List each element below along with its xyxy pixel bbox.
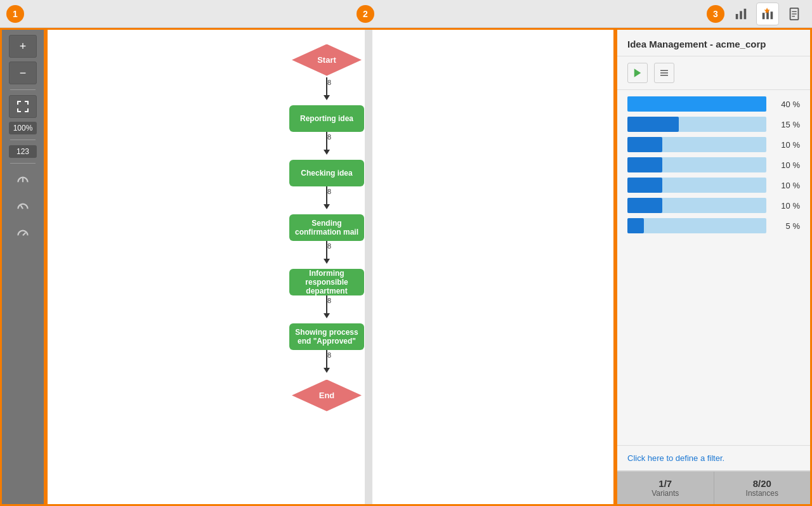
chart-bar-fill-6 — [627, 198, 662, 213]
gauge-1-icon — [15, 172, 31, 188]
zoom-in-button[interactable]: + — [9, 35, 37, 58]
start-node-label: Start — [317, 55, 336, 65]
document-icon — [787, 7, 801, 21]
sidebar-divider-2 — [10, 139, 36, 140]
zoom-out-button[interactable]: − — [9, 62, 37, 84]
end-node-label: End — [319, 391, 335, 400]
chart-pct-2: 15 % — [771, 120, 800, 129]
arrow-head-3 — [324, 204, 330, 209]
chart-bar-bg-7 — [627, 218, 766, 233]
chart-bar-bg-2 — [627, 117, 766, 132]
arrow-head-1 — [324, 95, 330, 100]
flowchart: Start 8 Reporting idea 8 — [289, 30, 365, 506]
right-panel: Idea Management - acme_corp 40 % — [615, 28, 812, 506]
arrow-2: 8 — [324, 132, 330, 160]
left-sidebar: + − 100% 123 — [0, 28, 46, 506]
chart-row-4: 10 % — [627, 157, 800, 172]
fit-screen-icon — [16, 100, 29, 113]
gauge-3-button[interactable] — [9, 222, 37, 245]
chart-bar-bg-5 — [627, 178, 766, 193]
top-bar-center: 2 — [357, 5, 374, 23]
sidebar-divider-3 — [10, 163, 36, 164]
chart-bar-button[interactable] — [730, 3, 752, 25]
gauge-3-icon — [15, 225, 31, 242]
svg-rect-5 — [771, 11, 773, 19]
chart-row-3: 10 % — [627, 137, 800, 152]
chart-row-1: 40 % — [627, 96, 800, 112]
chart-pct-1: 40 % — [771, 100, 800, 109]
gauge-1-button[interactable] — [9, 169, 37, 191]
chart-bar-fill-3 — [627, 137, 662, 152]
chart-pct-7: 5 % — [771, 221, 800, 231]
top-bar-right: 3 — [707, 3, 806, 25]
variants-stat[interactable]: 1/7 Variants — [617, 472, 714, 504]
arrow-head-2 — [324, 150, 330, 155]
chart-row-2: 15 % — [627, 117, 800, 132]
chart-pct-3: 10 % — [771, 140, 800, 150]
svg-rect-2 — [744, 8, 747, 19]
instances-num: 8/20 — [719, 478, 806, 489]
star-chart-button[interactable] — [756, 3, 779, 25]
arrow-5: 8 — [324, 295, 330, 323]
arrow-4: 8 — [324, 241, 330, 269]
svg-marker-14 — [634, 68, 641, 77]
chart-row-7: 5 % — [627, 218, 800, 233]
chart-bar-icon — [734, 7, 748, 21]
zoom-level: 100% — [9, 122, 37, 134]
chart-bar-bg-6 — [627, 198, 766, 213]
arrow-label-2: 8 — [327, 133, 331, 141]
chart-bar-fill-1 — [627, 96, 766, 112]
arrow-head-6 — [324, 368, 330, 373]
variants-num: 1/7 — [622, 478, 709, 489]
top-icons — [730, 3, 806, 25]
panel-footer: 1/7 Variants 8/20 Instances — [617, 470, 810, 504]
badge-1: 1 — [6, 5, 24, 23]
chart-area: 40 % 15 % 10 % 10 % — [617, 90, 810, 445]
badge-2: 2 — [357, 5, 374, 23]
sending-confirmation-node: Sending confirmation mail — [289, 214, 364, 241]
arrow-1: 8 — [324, 77, 330, 105]
svg-line-13 — [23, 233, 25, 235]
arrow-head-5 — [324, 313, 330, 318]
arrow-label-1: 8 — [327, 79, 331, 86]
panel-title: Idea Management - acme_corp — [617, 30, 810, 56]
scrollbar[interactable] — [365, 30, 372, 504]
fit-screen-button[interactable] — [9, 95, 37, 118]
chart-bar-bg-4 — [627, 157, 766, 172]
top-bar: 1 2 3 — [0, 0, 812, 28]
canvas-area[interactable]: Start 8 Reporting idea 8 — [46, 28, 615, 506]
chart-pct-6: 10 % — [771, 201, 800, 211]
arrow-label-4: 8 — [327, 242, 331, 250]
chart-bar-fill-5 — [627, 178, 662, 193]
arrow-3: 8 — [324, 186, 330, 214]
instances-stat[interactable]: 8/20 Instances — [714, 472, 811, 504]
chart-pct-4: 10 % — [771, 160, 800, 170]
list-button[interactable] — [654, 63, 674, 83]
play-button[interactable] — [627, 63, 648, 83]
informing-node: Informing responsible department — [289, 269, 364, 295]
filter-link[interactable]: Click here to define a filter. — [617, 445, 810, 470]
instances-label: Instances — [719, 489, 806, 498]
arrow-6: 8 — [324, 350, 330, 378]
chart-bar-bg-1 — [627, 96, 766, 112]
top-bar-left: 1 — [6, 5, 24, 23]
list-icon — [658, 67, 670, 79]
checking-idea-node: Checking idea — [289, 160, 364, 186]
gauge-2-button[interactable] — [9, 195, 37, 218]
svg-rect-3 — [763, 13, 765, 19]
arrow-label-5: 8 — [327, 297, 331, 304]
chart-row-6: 10 % — [627, 198, 800, 213]
chart-bar-fill-7 — [627, 218, 644, 233]
chart-pct-5: 10 % — [771, 181, 800, 190]
arrow-head-4 — [324, 259, 330, 264]
badge-3: 3 — [707, 5, 724, 23]
chart-bar-bg-3 — [627, 137, 766, 152]
play-icon — [632, 67, 643, 79]
document-button[interactable] — [783, 3, 806, 25]
main-area: + − 100% 123 — [0, 28, 812, 506]
arrow-label-3: 8 — [327, 188, 331, 195]
svg-rect-1 — [740, 11, 742, 19]
reporting-idea-node: Reporting idea — [289, 105, 364, 132]
star-chart-icon — [761, 7, 775, 21]
gauge-2-icon — [15, 198, 31, 215]
